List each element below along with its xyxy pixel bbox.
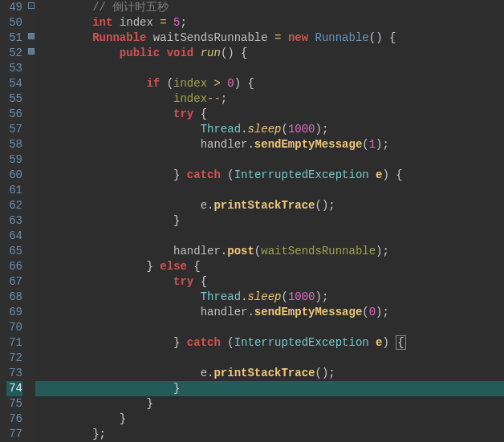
code-token	[39, 306, 201, 318]
code-line[interactable]	[35, 229, 504, 244]
code-token: InterruptedException	[234, 168, 369, 181]
code-token: post	[227, 245, 254, 257]
code-token: int	[92, 16, 112, 29]
code-line[interactable]: // 倒计时五秒	[35, 0, 504, 15]
fold-marker-icon[interactable]: -	[28, 2, 35, 9]
code-line[interactable]: if (index > 0) {	[35, 76, 504, 91]
code-token	[39, 123, 201, 136]
code-token: ;	[180, 16, 186, 29]
code-token: e	[201, 367, 207, 379]
code-line[interactable]: handler.post(waitSendsRunnable);	[35, 244, 504, 259]
code-line[interactable]: e.printStackTrace();	[35, 198, 504, 213]
code-token: // 倒计时五秒	[92, 1, 169, 14]
code-token	[39, 245, 173, 257]
code-line[interactable]: public void run() {	[35, 46, 504, 61]
code-token	[39, 321, 45, 334]
code-line[interactable]: }	[35, 213, 504, 229]
code-line[interactable]	[35, 152, 504, 168]
code-token	[146, 31, 152, 44]
code-token: handler	[173, 245, 221, 257]
code-line[interactable]: index--;	[35, 91, 504, 107]
line-number: 54	[6, 76, 22, 91]
line-number: 75	[6, 396, 22, 412]
line-number: 61	[6, 183, 22, 198]
code-token: void	[167, 47, 194, 59]
code-line[interactable]: Thread.sleep(1000);	[35, 290, 504, 305]
code-token: )	[383, 168, 396, 181]
code-token: Runnable	[315, 31, 369, 44]
code-token: sendEmptyMessage	[254, 138, 362, 151]
code-token: {	[396, 168, 402, 181]
code-token: (	[221, 168, 234, 181]
code-line[interactable]: }	[35, 412, 504, 427]
line-number: 56	[6, 107, 22, 122]
code-line[interactable]: handler.sendEmptyMessage(0);	[35, 305, 504, 320]
line-number: 69	[6, 305, 22, 320]
line-number: 58	[6, 137, 22, 152]
code-line[interactable]: Runnable waitSendsRunnable = new Runnabl…	[35, 30, 504, 46]
code-token: handler	[201, 138, 248, 151]
code-token: );	[376, 138, 389, 151]
line-number: 77	[6, 427, 22, 442]
code-token: catch	[187, 168, 221, 181]
code-token	[39, 412, 120, 425]
code-token	[39, 290, 201, 303]
line-number: 64	[6, 229, 22, 244]
code-token: (	[281, 123, 287, 136]
code-line[interactable]: } catch (InterruptedException e) {	[35, 335, 504, 351]
code-token: (	[362, 138, 368, 151]
code-line[interactable]	[35, 183, 504, 198]
code-line[interactable]	[35, 61, 504, 76]
line-number: 70	[6, 320, 22, 335]
code-token: (	[281, 290, 287, 303]
code-token	[39, 62, 45, 75]
code-token: try	[173, 107, 193, 120]
code-token: e	[376, 168, 382, 181]
code-token: index	[173, 92, 207, 105]
code-line[interactable]: }	[35, 381, 504, 396]
code-line[interactable]	[35, 351, 504, 366]
code-token: Runnable	[92, 31, 146, 44]
code-line[interactable]: try {	[35, 107, 504, 122]
code-line[interactable]: int index = 5;	[35, 15, 504, 30]
code-token	[39, 199, 201, 212]
code-token: (	[221, 336, 234, 349]
line-number: 72	[6, 351, 22, 366]
line-number: 66	[6, 259, 22, 274]
line-number: 68	[6, 290, 22, 305]
code-line[interactable]	[35, 320, 504, 335]
code-line[interactable]: handler.sendEmptyMessage(1);	[35, 137, 504, 152]
code-line[interactable]: }	[35, 396, 504, 412]
code-token	[39, 214, 173, 227]
code-token: {	[193, 260, 200, 273]
code-token	[39, 275, 173, 288]
code-token: .	[247, 138, 254, 151]
fold-marker-icon[interactable]: -	[28, 33, 35, 39]
code-token: sleep	[247, 123, 281, 136]
code-area[interactable]: // 倒计时五秒 int index = 5; Runnable waitSen…	[35, 0, 504, 442]
code-token: )	[383, 336, 396, 349]
code-line[interactable]: e.printStackTrace();	[35, 366, 504, 381]
code-token: handler	[201, 306, 248, 318]
code-line[interactable]: } else {	[35, 259, 504, 274]
code-token: {	[248, 77, 254, 90]
line-number: 62	[6, 198, 22, 213]
line-number-gutter: 4950515253545556575859606162636465666768…	[0, 0, 27, 442]
code-token: );	[376, 245, 389, 257]
code-token: ();	[315, 199, 335, 212]
code-token: 0	[369, 306, 376, 318]
code-token	[39, 77, 146, 90]
code-token	[193, 275, 200, 288]
code-token: );	[315, 290, 329, 303]
code-token: catch	[187, 336, 221, 349]
code-line[interactable]: } catch (InterruptedException e) {	[35, 168, 504, 183]
code-line[interactable]: Thread.sleep(1000);	[35, 122, 504, 137]
fold-marker-icon[interactable]: -	[28, 48, 35, 55]
code-line[interactable]: };	[35, 427, 504, 442]
code-token: (	[362, 306, 368, 318]
line-number: 76	[6, 412, 22, 427]
code-editor[interactable]: 4950515253545556575859606162636465666768…	[0, 0, 504, 442]
code-line[interactable]: try {	[35, 274, 504, 290]
line-number: 50	[6, 15, 22, 30]
line-number: 52	[6, 46, 22, 61]
